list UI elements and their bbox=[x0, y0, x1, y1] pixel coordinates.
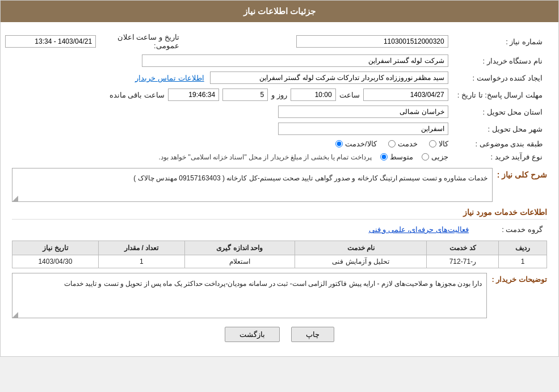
cell-date: 1403/04/30 bbox=[12, 255, 99, 268]
col-header-date: تاریخ نیاز bbox=[12, 241, 99, 255]
col-header-row: ردیف bbox=[499, 241, 547, 255]
category-radio-kala-khedmat[interactable] bbox=[335, 140, 343, 147]
contact-info-link[interactable]: اطلاعات تماس خریدار bbox=[135, 74, 204, 82]
category-label: طبقه بندی موضوعی : bbox=[453, 137, 547, 150]
buyer-notes-box: دارا بودن مجوزها و صلاحیت‌های لازم - ارا… bbox=[12, 273, 487, 318]
province-input[interactable] bbox=[278, 106, 448, 118]
purchase-type-label: نوع فرآیند خرید : bbox=[453, 150, 547, 163]
col-header-qty: تعداد / مقدار bbox=[98, 241, 184, 255]
cell-code: ر-71-712 bbox=[427, 255, 499, 268]
purchase-type-motavasset: متوسط bbox=[380, 153, 413, 161]
deadline-days-input[interactable] bbox=[222, 88, 268, 101]
deadline-date-input[interactable] bbox=[363, 88, 448, 101]
deadline-time-label: ساعت bbox=[339, 91, 360, 99]
deadline-label: مهلت ارسال پاسخ: تا تاریخ : bbox=[453, 86, 547, 103]
category-kala-khedmat: کالا/خدمت bbox=[335, 140, 377, 148]
services-table: ردیف کد خدمت نام خدمت واحد اندازه گیری ت… bbox=[12, 241, 547, 268]
category-kala: کالا bbox=[429, 140, 448, 148]
buyer-name-input[interactable] bbox=[142, 54, 448, 67]
requester-input[interactable] bbox=[210, 71, 448, 84]
purchase-type-note: پرداخت تمام یا بخشی از مبلغ خریدار از مح… bbox=[159, 153, 372, 161]
purchase-type-jozii: جزیی bbox=[422, 153, 448, 161]
service-group-link[interactable]: فعالیت‌های حرفه‌ای، علمی و فنی bbox=[369, 225, 469, 234]
back-button[interactable]: بازگشت bbox=[225, 327, 280, 342]
cell-unit: استعلام bbox=[184, 255, 295, 268]
buyer-notes-label: توضیحات خریدار : bbox=[491, 273, 547, 284]
buyer-name-label: نام دستگاه خریدار : bbox=[453, 52, 547, 69]
cell-qty: 1 bbox=[98, 255, 184, 268]
col-header-unit: واحد اندازه گیری bbox=[184, 241, 295, 255]
city-input[interactable] bbox=[278, 123, 448, 135]
announce-value-input[interactable] bbox=[5, 35, 96, 48]
cell-name: تحلیل و آزمایش فنی bbox=[295, 255, 426, 268]
need-description-box: خدمات مشاوره و تست سیستم ارتینگ کارخانه … bbox=[12, 168, 493, 202]
purchase-type-radio-motavasset[interactable] bbox=[380, 153, 388, 161]
buttons-row: بازگشت چاپ bbox=[12, 327, 547, 342]
table-row: 1 ر-71-712 تحلیل و آزمایش فنی استعلام 1 … bbox=[12, 255, 547, 268]
city-label: شهر محل تحویل : bbox=[453, 120, 547, 137]
services-section-title: اطلاعات خدمات مورد نیاز bbox=[12, 208, 547, 220]
need-desc-label: شرح کلی نیاز : bbox=[497, 168, 547, 182]
print-button[interactable]: چاپ bbox=[291, 327, 334, 342]
buyer-notes-text: دارا بودن مجوزها و صلاحیت‌های لازم - ارا… bbox=[64, 280, 482, 288]
deadline-time-input[interactable] bbox=[291, 88, 336, 101]
page-title: جزئیات اطلاعات نیاز bbox=[243, 6, 316, 16]
col-header-code: کد خدمت bbox=[427, 241, 499, 255]
announce-label: تاریخ و ساعت اعلان عمومی: bbox=[105, 33, 179, 50]
col-header-name: نام خدمت bbox=[295, 241, 426, 255]
remaining-time-input[interactable] bbox=[168, 88, 219, 101]
category-radio-khedmat[interactable] bbox=[388, 140, 396, 147]
need-description-text: خدمات مشاوره و تست سیستم ارتینگ کارخانه … bbox=[133, 174, 487, 182]
need-number-input[interactable] bbox=[296, 35, 448, 48]
page-header: جزئیات اطلاعات نیاز bbox=[1, 1, 558, 22]
category-radio-kala[interactable] bbox=[429, 140, 436, 147]
need-number-label: شماره نیاز : bbox=[453, 31, 547, 52]
category-khedmat: خدمت bbox=[388, 140, 418, 148]
service-group-label: گروه خدمت : bbox=[473, 223, 547, 236]
province-label: استان محل تحویل : bbox=[453, 103, 547, 120]
remaining-label: ساعت باقی مانده bbox=[110, 91, 165, 99]
cell-row-num: 1 bbox=[499, 255, 547, 268]
requester-label: ایجاد کننده درخواست : bbox=[453, 69, 547, 86]
deadline-day-label: روز و bbox=[271, 91, 287, 99]
purchase-type-radio-jozii[interactable] bbox=[422, 153, 429, 161]
